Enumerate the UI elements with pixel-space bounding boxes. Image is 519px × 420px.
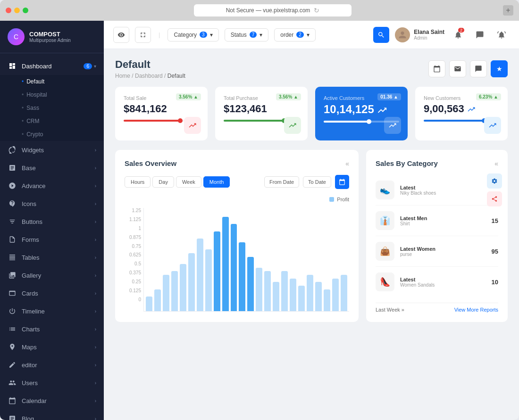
submenu-item-hospital[interactable]: Hospital xyxy=(0,88,104,101)
bar-21 xyxy=(324,289,330,311)
category-label: Category xyxy=(174,32,197,38)
stat-total-purchase: Total Purchase 3.56% ▲ $123,461 80% xyxy=(215,87,308,140)
category-name-sandals: Latest xyxy=(400,277,486,282)
alert-icon[interactable] xyxy=(494,27,510,43)
sales-overview-card: Sales Overview « Hours Day Week Month xyxy=(115,150,359,322)
stat-active-dot xyxy=(367,119,371,124)
category-collapse-btn[interactable]: « xyxy=(494,160,498,167)
date-calendar-btn[interactable] xyxy=(335,175,349,189)
sidebar-item-users[interactable]: Users › xyxy=(0,374,104,392)
calendar-action-btn[interactable] xyxy=(428,60,445,77)
eye-button[interactable] xyxy=(113,27,129,43)
date-filters: From Date To Date xyxy=(264,175,349,189)
order-filter[interactable]: order 2 ▾ xyxy=(274,28,316,41)
sidebar-item-cards[interactable]: Cards › xyxy=(0,284,104,302)
users-icon xyxy=(8,378,17,387)
notification-bell[interactable]: 2 xyxy=(450,27,466,43)
time-month[interactable]: Month xyxy=(203,176,230,188)
refresh-icon[interactable]: ↻ xyxy=(314,7,319,14)
sidebar-widgets-label: Widgets xyxy=(22,147,95,154)
time-hours[interactable]: Hours xyxy=(125,176,151,188)
bar-22 xyxy=(332,279,339,311)
breadcrumb-home[interactable]: Home xyxy=(115,73,130,79)
sidebar-item-blog[interactable]: Blog › xyxy=(0,410,104,420)
legend-label: Profit xyxy=(337,197,349,202)
chart-controls: Hours Day Week Month From Date To Date xyxy=(125,175,349,189)
minimize-button[interactable] xyxy=(14,8,20,13)
mail-action-btn[interactable] xyxy=(449,60,466,77)
sidebar-item-calendar[interactable]: Calendar › xyxy=(0,392,104,410)
logo-text-group: COMPOST Multipurpose Admin xyxy=(29,31,71,43)
sidebar-item-timeline[interactable]: Timeline › xyxy=(0,302,104,320)
chat-icon[interactable] xyxy=(472,27,488,43)
bar-10 xyxy=(231,224,237,311)
date-to-input[interactable]: To Date xyxy=(303,176,331,188)
category-footer: Last Week » View More Reports xyxy=(376,303,498,313)
logo-subtitle: Multipurpose Admin xyxy=(29,38,71,43)
message-action-btn[interactable] xyxy=(470,60,487,77)
user-profile[interactable]: Elana Saint Admin xyxy=(395,27,444,42)
sidebar-item-buttons[interactable]: Buttons › xyxy=(0,213,104,231)
time-week[interactable]: Week xyxy=(176,176,201,188)
submenu-item-default[interactable]: Default xyxy=(0,75,104,88)
stat-sale-dot xyxy=(178,118,183,123)
sidebar-item-forms[interactable]: Forms › xyxy=(0,231,104,248)
bar-19 xyxy=(307,275,313,311)
time-day[interactable]: Day xyxy=(152,176,174,188)
users-chevron: › xyxy=(95,380,96,386)
bar-3 xyxy=(171,271,178,311)
bar-11 xyxy=(239,242,245,311)
date-from-input[interactable]: From Date xyxy=(264,176,299,188)
submenu-item-crm[interactable]: CRM xyxy=(0,115,104,128)
sidebar-item-maps[interactable]: Maps › xyxy=(0,338,104,356)
url-bar[interactable]: Not Secure — vue.pixelstrap.com ↻ xyxy=(194,4,352,16)
tables-icon xyxy=(8,253,17,262)
bar-13 xyxy=(256,268,262,311)
sidebar-item-editor[interactable]: editor › xyxy=(0,356,104,374)
time-filters: Hours Day Week Month xyxy=(125,176,230,188)
category-filter[interactable]: Category 3 ▾ xyxy=(167,28,218,41)
star-action-btn[interactable]: ★ xyxy=(491,60,508,77)
submenu-item-sass[interactable]: Sass xyxy=(0,101,104,115)
new-tab-button[interactable]: + xyxy=(503,5,513,16)
category-name-purse: Latest Women xyxy=(400,246,486,252)
sidebar-item-charts[interactable]: Charts › xyxy=(0,320,104,338)
sidebar-item-base[interactable]: Base › xyxy=(0,159,104,177)
category-item-purse: 👜 Latest Women purse 95 xyxy=(376,236,498,267)
sidebar-item-advance[interactable]: Advance › xyxy=(0,177,104,195)
close-button[interactable] xyxy=(6,8,11,13)
maximize-button[interactable] xyxy=(23,8,28,13)
category-settings-btn[interactable] xyxy=(487,173,502,189)
breadcrumb-dashboard[interactable]: Dashboard xyxy=(135,73,163,79)
sidebar-item-dashboard[interactable]: Dashboard 6 ▾ xyxy=(0,57,104,75)
gallery-icon xyxy=(8,271,17,280)
stat-new-value: 9,00,563 xyxy=(424,103,499,115)
page-content: Default Home / Dashboard / Default xyxy=(104,49,519,420)
sidebar-item-tables[interactable]: Tables › xyxy=(0,248,104,266)
order-badge: 2 xyxy=(296,32,304,38)
order-label: order xyxy=(280,32,293,38)
submenu-item-crypto[interactable]: Crypto xyxy=(0,128,104,141)
bar-4 xyxy=(180,264,186,311)
stat-active-badge: 01.36 ▲ xyxy=(377,93,401,100)
sidebar-item-icons[interactable]: Icons › xyxy=(0,195,104,213)
status-filter[interactable]: Status 7 ▾ xyxy=(225,28,269,41)
last-week-link[interactable]: Last Week » xyxy=(376,307,404,313)
legend-dot xyxy=(329,197,334,202)
search-button[interactable] xyxy=(373,27,389,43)
category-share-btn[interactable] xyxy=(487,191,502,206)
sidebar-buttons-label: Buttons xyxy=(22,218,95,225)
sidebar-item-widgets[interactable]: Widgets › xyxy=(0,141,104,159)
sales-category-card: Sales By Category « xyxy=(366,150,508,322)
category-item-shoes: 👟 Latest Niky Black shoes xyxy=(376,175,498,206)
charts-chevron: › xyxy=(95,327,96,332)
sidebar-charts-label: Charts xyxy=(22,326,95,333)
gallery-chevron: › xyxy=(95,273,96,278)
sidebar-item-gallery[interactable]: Gallery › xyxy=(0,266,104,284)
bar-16 xyxy=(281,271,288,311)
view-more-reports[interactable]: View More Reports xyxy=(454,307,498,313)
dashboard-icon xyxy=(8,61,17,71)
chart-collapse-btn[interactable]: « xyxy=(345,160,349,167)
expand-button[interactable] xyxy=(135,27,151,43)
timeline-chevron: › xyxy=(95,309,96,314)
